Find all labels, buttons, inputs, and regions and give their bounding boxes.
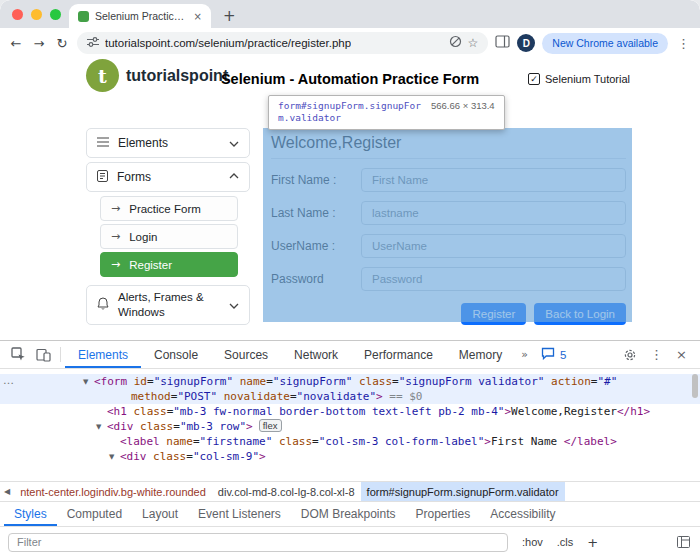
code-token: "POST": [177, 390, 217, 403]
expand-arrow-icon[interactable]: ▼: [96, 420, 107, 435]
sidebar-section-forms[interactable]: Forms: [86, 162, 250, 192]
devtools-menu-icon[interactable]: ⋮: [645, 347, 668, 362]
sidebar-item-label: Practice Form: [129, 203, 201, 215]
selenium-tutorial-link[interactable]: ✓ Selenium Tutorial: [528, 73, 630, 85]
forward-button[interactable]: →: [31, 36, 47, 51]
elements-tree: … ▼<form id="signupForm" name="signupFor…: [0, 369, 700, 481]
code-token: <h1: [107, 405, 127, 418]
issues-counter[interactable]: 5: [534, 341, 573, 368]
dom-tree-line[interactable]: method="POST" novalidate="novalidate"> =…: [0, 389, 700, 404]
tab-properties[interactable]: Properties: [406, 502, 481, 526]
devtools-tab-memory[interactable]: Memory: [446, 341, 515, 368]
code-token: "mb-3 row": [180, 420, 246, 433]
filter-input[interactable]: [8, 533, 508, 552]
devtools-tab-console[interactable]: Console: [141, 341, 211, 368]
close-window-button[interactable]: [12, 9, 23, 20]
zoom-window-button[interactable]: [50, 9, 61, 20]
code-token: </label>: [564, 435, 617, 448]
hover-state-button[interactable]: :hov: [522, 536, 543, 548]
form-icon: [97, 170, 108, 185]
devtools-close-icon[interactable]: ×: [671, 347, 692, 362]
new-style-rule-button[interactable]: +: [587, 535, 598, 550]
back-button[interactable]: ←: [8, 36, 24, 51]
code-token: =: [392, 375, 399, 388]
site-info-icon[interactable]: [87, 34, 99, 52]
tree-scrollbar[interactable]: [692, 374, 698, 398]
minimize-window-button[interactable]: [31, 9, 42, 20]
arrow-right-icon: →: [111, 230, 120, 243]
code-token: <form: [94, 375, 127, 388]
gear-icon[interactable]: [618, 348, 642, 362]
dom-tree-line[interactable]: <label name="firstname" class="col-sm-3 …: [0, 434, 700, 449]
address-bar[interactable]: tutorialspoint.com/selenium/practice/reg…: [77, 32, 488, 54]
code-token: =: [312, 435, 319, 448]
reload-button[interactable]: ↻: [54, 36, 70, 51]
code-token: =: [290, 390, 297, 403]
tab-event-listeners[interactable]: Event Listeners: [188, 502, 291, 526]
more-tabs-icon[interactable]: »: [515, 341, 534, 368]
sidebar-section-elements[interactable]: Elements: [86, 128, 250, 158]
section-label: Alerts, Frames & Windows: [118, 290, 218, 320]
flex-badge[interactable]: flex: [259, 419, 282, 432]
code-token: >: [246, 420, 253, 433]
tab-layout[interactable]: Layout: [132, 502, 188, 526]
sidebar-section-alerts[interactable]: Alerts, Frames & Windows: [86, 285, 250, 325]
breadcrumb-item[interactable]: ntent-center.logindiv.bg-white.rounded: [14, 482, 212, 501]
code-token: "firstname": [200, 435, 273, 448]
sidebar-item-register[interactable]: → Register: [100, 252, 238, 277]
arrow-right-icon: →: [111, 202, 120, 215]
devtools-tab-performance[interactable]: Performance: [351, 341, 446, 368]
message-bubble-icon: [541, 346, 555, 364]
code-token: >: [376, 390, 383, 403]
page-content: t tutorialspoint Selenium - Automation P…: [0, 58, 700, 340]
code-token: First Name: [491, 435, 564, 448]
code-token: =: [173, 420, 180, 433]
checkbox-icon: ✓: [528, 73, 540, 85]
code-token: <div: [107, 420, 134, 433]
tab-close-icon[interactable]: ×: [194, 11, 202, 22]
breadcrumb-item[interactable]: div.col-md-8.col-lg-8.col-xl-8: [212, 482, 361, 501]
dom-tree-line[interactable]: ▼<form id="signupForm" name="signupForm"…: [0, 374, 700, 389]
tab-computed[interactable]: Computed: [57, 502, 132, 526]
devtools-tab-network[interactable]: Network: [281, 341, 351, 368]
tab-accessibility[interactable]: Accessibility: [480, 502, 565, 526]
side-panel-icon[interactable]: [495, 34, 510, 52]
eye-blocked-icon[interactable]: [449, 34, 462, 52]
crumb-scroll-left-icon[interactable]: ◀: [0, 482, 14, 501]
browser-window: Selenium Practice - Register × + ← → ↻ t…: [0, 0, 700, 557]
dom-tree-line[interactable]: <h1 class="mb-3 fw-normal border-bottom …: [0, 404, 700, 419]
code-token: >: [259, 450, 266, 463]
code-token: novalidate: [217, 390, 290, 403]
new-tab-button[interactable]: +: [223, 9, 236, 24]
class-toggle-button[interactable]: .cls: [557, 536, 574, 548]
issues-count: 5: [560, 349, 566, 361]
tab-styles[interactable]: Styles: [4, 502, 57, 526]
device-toolbar-icon[interactable]: [31, 341, 56, 368]
browser-tab[interactable]: Selenium Practice - Register ×: [69, 4, 211, 28]
code-token: <label: [120, 435, 160, 448]
chevron-down-icon: [229, 136, 239, 150]
code-token: >: [484, 435, 491, 448]
profile-avatar[interactable]: D: [517, 34, 535, 52]
chevron-up-icon: [229, 170, 239, 184]
code-token: =: [147, 375, 154, 388]
sidebar-item-login[interactable]: → Login: [100, 224, 238, 249]
inspect-tooltip: form#signupForm.signupFor m.validator 56…: [268, 95, 505, 130]
layout-pane-icon[interactable]: [677, 536, 692, 548]
code-token: == $0: [383, 390, 423, 403]
bookmark-star-icon[interactable]: ☆: [468, 36, 479, 50]
expand-arrow-icon[interactable]: ▼: [83, 375, 94, 390]
expand-arrow-icon[interactable]: ▼: [109, 450, 120, 465]
tab-dom-breakpoints[interactable]: DOM Breakpoints: [291, 502, 406, 526]
breadcrumb-item-selected[interactable]: form#signupForm.signupForm.validator: [361, 482, 565, 501]
browser-menu-icon[interactable]: ⋮: [675, 36, 692, 51]
tab-title: Selenium Practice - Register: [95, 10, 188, 22]
sidebar-item-practice-form[interactable]: → Practice Form: [100, 196, 238, 221]
dom-tree-line[interactable]: ▼<div class="mb-3 row">flex: [0, 419, 700, 434]
devtools-tab-elements[interactable]: Elements: [65, 341, 141, 368]
dom-tree-line[interactable]: ▼<div class="col-sm-9">: [0, 449, 700, 464]
tutorial-link-label: Selenium Tutorial: [545, 73, 630, 85]
chrome-update-chip[interactable]: New Chrome available: [542, 33, 668, 54]
inspect-element-icon[interactable]: [6, 341, 31, 368]
devtools-tab-sources[interactable]: Sources: [211, 341, 281, 368]
